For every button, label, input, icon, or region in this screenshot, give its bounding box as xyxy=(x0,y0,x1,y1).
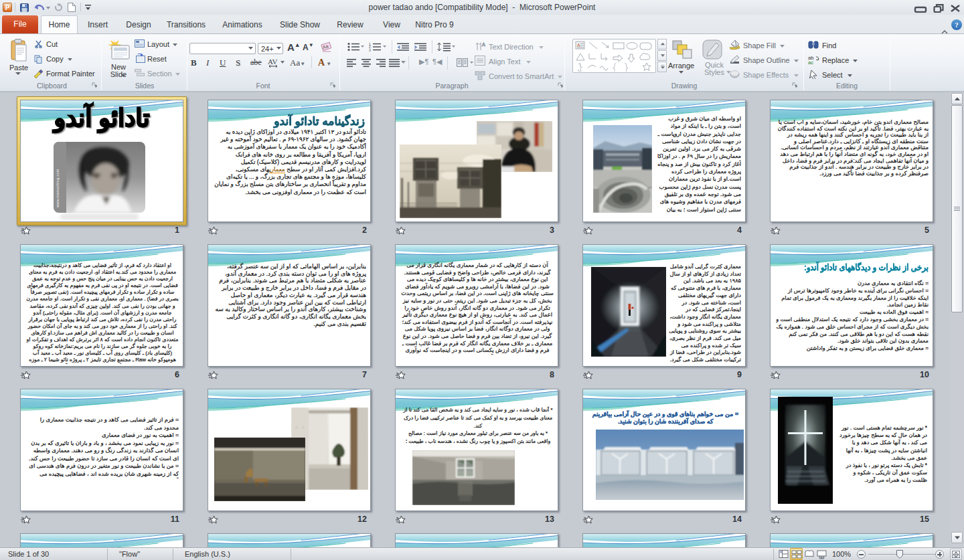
svg-text:A: A xyxy=(577,43,580,48)
svg-text:www.memarblog.com: www.memarblog.com xyxy=(56,169,60,208)
svg-text:3: 3 xyxy=(369,48,371,52)
svg-text:AV: AV xyxy=(268,58,278,66)
svg-text:ac: ac xyxy=(808,60,813,64)
svg-text:A: A xyxy=(482,42,485,47)
